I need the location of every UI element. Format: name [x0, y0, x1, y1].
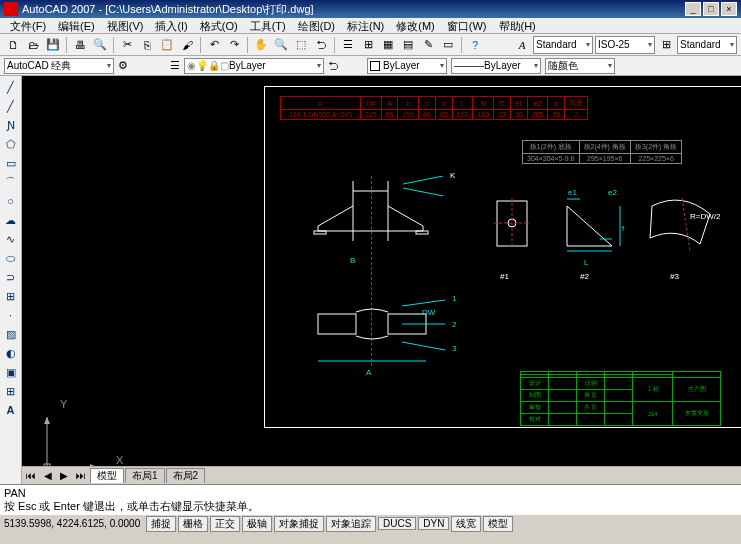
menu-dimension[interactable]: 标注(N) — [341, 18, 390, 33]
arc-tool[interactable]: ⌒ — [2, 173, 20, 191]
block-tool[interactable]: ⊞ — [2, 287, 20, 305]
zoom-win-button[interactable]: ⬚ — [292, 36, 310, 54]
revcloud-tool[interactable]: ☁ — [2, 211, 20, 229]
spline-tool[interactable]: ∿ — [2, 230, 20, 248]
menu-view[interactable]: 视图(V) — [101, 18, 150, 33]
cut-button[interactable]: ✂ — [118, 36, 136, 54]
menu-tools[interactable]: 工具(T) — [244, 18, 292, 33]
snap-toggle[interactable]: 捕捉 — [146, 516, 176, 532]
polar-toggle[interactable]: 极轴 — [242, 516, 272, 532]
dim-style-dropdown[interactable]: ISO-25 — [595, 36, 655, 54]
properties-button[interactable]: ☰ — [339, 36, 357, 54]
menu-modify[interactable]: 修改(M) — [390, 18, 441, 33]
tab-layout1[interactable]: 布局1 — [125, 468, 165, 483]
close-button[interactable]: × — [721, 2, 737, 16]
tab-model[interactable]: 模型 — [90, 468, 124, 483]
coordinates-readout[interactable]: 5139.5998, 4224.6125, 0.0000 — [4, 518, 144, 529]
xline-tool[interactable]: ╱ — [2, 97, 20, 115]
undo-button[interactable]: ↶ — [205, 36, 223, 54]
match-prop-button[interactable]: 🖌 — [178, 36, 196, 54]
pline-tool[interactable]: Ɲ — [2, 116, 20, 134]
linetype-dropdown[interactable]: ——— ByLayer — [451, 58, 541, 74]
ducs-toggle[interactable]: DUCS — [378, 517, 416, 530]
label-k: K — [450, 171, 455, 180]
menu-insert[interactable]: 插入(I) — [149, 18, 193, 33]
paste-button[interactable]: 📋 — [158, 36, 176, 54]
redo-button[interactable]: ↷ — [225, 36, 243, 54]
tab-prev[interactable]: ◀ — [40, 470, 56, 481]
drawing-canvas[interactable]: # D#A bc dL Mf1 e1e2 a取重 J14-1 DN500 A=0… — [22, 76, 741, 484]
color-dropdown[interactable]: ByLayer — [367, 58, 447, 74]
menu-window[interactable]: 窗口(W) — [441, 18, 493, 33]
copy-button[interactable]: ⎘ — [138, 36, 156, 54]
circle-tool[interactable]: ○ — [2, 192, 20, 210]
otrack-toggle[interactable]: 对象追踪 — [326, 516, 376, 532]
line-tool[interactable]: ╱ — [2, 78, 20, 96]
menu-help[interactable]: 帮助(H) — [493, 18, 542, 33]
region-tool[interactable]: ▣ — [2, 363, 20, 381]
table-tool[interactable]: ⊞ — [2, 382, 20, 400]
workspace-dropdown[interactable]: AutoCAD 经典 — [4, 58, 114, 74]
hatch-tool[interactable]: ▨ — [2, 325, 20, 343]
model-toggle[interactable]: 模型 — [483, 516, 513, 532]
print-button[interactable]: 🖶 — [71, 36, 89, 54]
plate-spec-table: 板1(2件) 底板板2(4件) 角板板3(2件) 角板 304×304×5-9.… — [522, 140, 682, 164]
mtext-tool[interactable]: A — [2, 401, 20, 419]
lineweight-dropdown[interactable]: 随颜色 — [545, 58, 615, 74]
zoom-prev-button[interactable]: ⮌ — [312, 36, 330, 54]
label-dw: DW — [422, 308, 435, 317]
label-n3: #3 — [670, 272, 679, 281]
layer-dropdown[interactable]: ◉💡🔒▢ ByLayer — [184, 58, 324, 74]
design-center-button[interactable]: ⊞ — [359, 36, 377, 54]
ortho-toggle[interactable]: 正交 — [210, 516, 240, 532]
text-style-icon[interactable]: A — [513, 36, 531, 54]
calc-button[interactable]: ▭ — [439, 36, 457, 54]
menu-format[interactable]: 格式(O) — [194, 18, 244, 33]
command-line[interactable]: PAN 按 Esc 或 Enter 键退出，或单击右键显示快捷菜单。 — [0, 484, 741, 514]
menu-draw[interactable]: 绘图(D) — [292, 18, 341, 33]
window-titlebar: AutoCAD 2007 - [C:\Users\Administrator\D… — [0, 0, 741, 18]
maximize-button[interactable]: □ — [703, 2, 719, 16]
dyn-toggle[interactable]: DYN — [418, 517, 449, 530]
zoom-rt-button[interactable]: 🔍 — [272, 36, 290, 54]
sheet-set-button[interactable]: ▤ — [399, 36, 417, 54]
table-style-icon[interactable]: ⊞ — [657, 36, 675, 54]
markup-button[interactable]: ✎ — [419, 36, 437, 54]
ellipse-arc-tool[interactable]: ⊃ — [2, 268, 20, 286]
lwt-toggle[interactable]: 线宽 — [451, 516, 481, 532]
pan-button[interactable]: ✋ — [252, 36, 270, 54]
label-num1: 1 — [452, 294, 456, 303]
menu-edit[interactable]: 编辑(E) — [52, 18, 101, 33]
workspace-settings-icon[interactable]: ⚙ — [118, 59, 132, 73]
ellipse-tool[interactable]: ⬭ — [2, 249, 20, 267]
tab-first[interactable]: ⏮ — [22, 470, 40, 481]
tab-last[interactable]: ⏭ — [72, 470, 90, 481]
tab-next[interactable]: ▶ — [56, 470, 72, 481]
gradient-tool[interactable]: ◐ — [2, 344, 20, 362]
polygon-tool[interactable]: ⬠ — [2, 135, 20, 153]
layer-props-icon[interactable]: ☰ — [170, 59, 180, 72]
minimize-button[interactable]: _ — [685, 2, 701, 16]
help-button[interactable]: ? — [466, 36, 484, 54]
text-style-dropdown[interactable]: Standard — [533, 36, 593, 54]
point-tool[interactable]: · — [2, 306, 20, 324]
cmd-history-2: 按 Esc 或 Enter 键退出，或单击右键显示快捷菜单。 — [4, 499, 737, 514]
plot-preview-button[interactable]: 🔍 — [91, 36, 109, 54]
svg-rect-1 — [416, 231, 428, 234]
table-style-dropdown[interactable]: Standard — [677, 36, 737, 54]
new-button[interactable]: 🗋 — [4, 36, 22, 54]
rect-tool[interactable]: ▭ — [2, 154, 20, 172]
label-L: L — [584, 258, 588, 267]
grid-toggle[interactable]: 栅格 — [178, 516, 208, 532]
save-button[interactable]: 💾 — [44, 36, 62, 54]
label-f: f — [622, 224, 624, 233]
menu-file[interactable]: 文件(F) — [4, 18, 52, 33]
layer-prev-icon[interactable]: ⮌ — [328, 60, 339, 72]
open-button[interactable]: 🗁 — [24, 36, 42, 54]
tab-layout2[interactable]: 布局2 — [166, 468, 206, 483]
parts-table: # D#A bc dL Mf1 e1e2 a取重 J14-1 DN500 A=0… — [280, 96, 588, 120]
label-n2: #2 — [580, 272, 589, 281]
tool-palette-button[interactable]: ▦ — [379, 36, 397, 54]
osnap-toggle[interactable]: 对象捕捉 — [274, 516, 324, 532]
cmd-history-1: PAN — [4, 487, 737, 499]
